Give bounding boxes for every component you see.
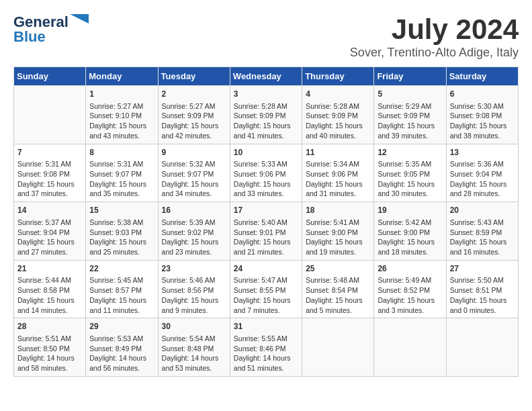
day-number: 9 (162, 147, 226, 158)
week-row: 14Sunrise: 5:37 AM Sunset: 9:04 PM Dayli… (14, 202, 519, 261)
day-content: Sunrise: 5:39 AM Sunset: 9:02 PM Dayligh… (162, 218, 226, 257)
col-header-wednesday: Wednesday (230, 67, 302, 86)
calendar-cell (302, 318, 374, 377)
day-content: Sunrise: 5:38 AM Sunset: 9:03 PM Dayligh… (89, 218, 154, 257)
calendar-cell: 19Sunrise: 5:42 AM Sunset: 9:00 PM Dayli… (374, 202, 446, 261)
calendar-cell: 23Sunrise: 5:46 AM Sunset: 8:56 PM Dayli… (158, 260, 230, 318)
calendar-cell: 4Sunrise: 5:28 AM Sunset: 9:09 PM Daylig… (302, 86, 374, 144)
col-header-saturday: Saturday (446, 67, 518, 86)
day-content: Sunrise: 5:34 AM Sunset: 9:06 PM Dayligh… (306, 159, 370, 199)
day-content: Sunrise: 5:51 AM Sunset: 8:50 PM Dayligh… (17, 334, 82, 373)
logo-blue: Blue (13, 28, 46, 46)
day-number: 27 (450, 263, 515, 275)
day-content: Sunrise: 5:47 AM Sunset: 8:55 PM Dayligh… (234, 275, 298, 315)
day-number: 13 (450, 147, 515, 158)
day-content: Sunrise: 5:55 AM Sunset: 8:46 PM Dayligh… (234, 334, 298, 373)
calendar-cell: 28Sunrise: 5:51 AM Sunset: 8:50 PM Dayli… (14, 318, 86, 377)
day-number: 21 (17, 263, 82, 275)
day-number: 12 (378, 147, 442, 158)
day-number: 24 (234, 263, 298, 275)
day-content: Sunrise: 5:54 AM Sunset: 8:48 PM Dayligh… (162, 334, 226, 373)
calendar-cell: 13Sunrise: 5:36 AM Sunset: 9:04 PM Dayli… (446, 144, 518, 202)
calendar-cell: 20Sunrise: 5:43 AM Sunset: 8:59 PM Dayli… (446, 202, 518, 261)
page-header: General Blue July 2024 Sover, Trentino-A… (13, 13, 519, 60)
week-row: 7Sunrise: 5:31 AM Sunset: 9:08 PM Daylig… (14, 144, 519, 202)
day-number: 3 (234, 89, 298, 100)
day-content: Sunrise: 5:41 AM Sunset: 9:00 PM Dayligh… (306, 218, 370, 257)
calendar-cell: 2Sunrise: 5:27 AM Sunset: 9:09 PM Daylig… (158, 86, 230, 144)
day-number: 19 (378, 205, 442, 216)
day-number: 28 (17, 321, 82, 332)
day-content: Sunrise: 5:28 AM Sunset: 9:09 PM Dayligh… (234, 101, 298, 141)
day-content: Sunrise: 5:45 AM Sunset: 8:57 PM Dayligh… (89, 275, 154, 315)
day-number: 25 (306, 263, 370, 275)
calendar-cell: 3Sunrise: 5:28 AM Sunset: 9:09 PM Daylig… (230, 86, 302, 144)
day-number: 4 (306, 89, 370, 100)
calendar-cell: 30Sunrise: 5:54 AM Sunset: 8:48 PM Dayli… (158, 318, 230, 377)
day-number: 2 (162, 89, 226, 100)
day-content: Sunrise: 5:29 AM Sunset: 9:09 PM Dayligh… (378, 101, 442, 141)
col-header-monday: Monday (86, 67, 158, 86)
logo-arrow-icon (70, 14, 89, 30)
calendar-cell (446, 318, 518, 377)
calendar-cell: 24Sunrise: 5:47 AM Sunset: 8:55 PM Dayli… (230, 260, 302, 318)
day-number: 10 (234, 147, 298, 158)
calendar-cell: 8Sunrise: 5:31 AM Sunset: 9:07 PM Daylig… (86, 144, 158, 202)
day-content: Sunrise: 5:27 AM Sunset: 9:09 PM Dayligh… (162, 101, 226, 141)
col-header-thursday: Thursday (302, 67, 374, 86)
day-content: Sunrise: 5:44 AM Sunset: 8:58 PM Dayligh… (17, 275, 82, 315)
day-number: 18 (306, 205, 370, 216)
calendar-cell: 29Sunrise: 5:53 AM Sunset: 8:49 PM Dayli… (86, 318, 158, 377)
day-content: Sunrise: 5:33 AM Sunset: 9:06 PM Dayligh… (234, 159, 298, 199)
day-number: 30 (162, 321, 226, 332)
day-number: 23 (162, 263, 226, 275)
calendar-cell: 26Sunrise: 5:49 AM Sunset: 8:52 PM Dayli… (374, 260, 446, 318)
day-content: Sunrise: 5:49 AM Sunset: 8:52 PM Dayligh… (378, 275, 442, 315)
calendar-cell (14, 86, 86, 144)
calendar-table: SundayMondayTuesdayWednesdayThursdayFrid… (13, 66, 519, 377)
calendar-cell: 9Sunrise: 5:32 AM Sunset: 9:07 PM Daylig… (158, 144, 230, 202)
day-number: 6 (450, 89, 515, 100)
day-content: Sunrise: 5:37 AM Sunset: 9:04 PM Dayligh… (17, 218, 82, 257)
calendar-cell: 7Sunrise: 5:31 AM Sunset: 9:08 PM Daylig… (14, 144, 86, 202)
calendar-header: SundayMondayTuesdayWednesdayThursdayFrid… (14, 67, 519, 86)
week-row: 28Sunrise: 5:51 AM Sunset: 8:50 PM Dayli… (14, 318, 519, 377)
calendar-cell: 22Sunrise: 5:45 AM Sunset: 8:57 PM Dayli… (86, 260, 158, 318)
day-number: 5 (378, 89, 442, 100)
calendar-body: 1Sunrise: 5:27 AM Sunset: 9:10 PM Daylig… (14, 86, 519, 377)
week-row: 21Sunrise: 5:44 AM Sunset: 8:58 PM Dayli… (14, 260, 519, 318)
day-content: Sunrise: 5:50 AM Sunset: 8:51 PM Dayligh… (450, 275, 515, 315)
col-header-friday: Friday (374, 67, 446, 86)
col-header-sunday: Sunday (14, 67, 86, 86)
day-number: 14 (17, 205, 82, 216)
day-content: Sunrise: 5:30 AM Sunset: 9:08 PM Dayligh… (450, 101, 515, 141)
week-row: 1Sunrise: 5:27 AM Sunset: 9:10 PM Daylig… (14, 86, 519, 144)
calendar-cell: 12Sunrise: 5:35 AM Sunset: 9:05 PM Dayli… (374, 144, 446, 202)
day-number: 17 (234, 205, 298, 216)
calendar-cell: 18Sunrise: 5:41 AM Sunset: 9:00 PM Dayli… (302, 202, 374, 261)
day-content: Sunrise: 5:42 AM Sunset: 9:00 PM Dayligh… (378, 218, 442, 257)
calendar-cell: 27Sunrise: 5:50 AM Sunset: 8:51 PM Dayli… (446, 260, 518, 318)
day-number: 15 (89, 205, 154, 216)
calendar-location: Sover, Trentino-Alto Adige, Italy (350, 46, 519, 60)
svg-marker-0 (70, 14, 89, 24)
day-content: Sunrise: 5:40 AM Sunset: 9:01 PM Dayligh… (234, 218, 298, 257)
day-number: 16 (162, 205, 226, 216)
calendar-cell: 14Sunrise: 5:37 AM Sunset: 9:04 PM Dayli… (14, 202, 86, 261)
calendar-cell: 17Sunrise: 5:40 AM Sunset: 9:01 PM Dayli… (230, 202, 302, 261)
day-number: 31 (234, 321, 298, 332)
title-block: July 2024 Sover, Trentino-Alto Adige, It… (350, 13, 519, 60)
day-number: 26 (378, 263, 442, 275)
calendar-cell: 11Sunrise: 5:34 AM Sunset: 9:06 PM Dayli… (302, 144, 374, 202)
logo: General Blue (13, 13, 89, 46)
day-content: Sunrise: 5:36 AM Sunset: 9:04 PM Dayligh… (450, 159, 515, 199)
col-header-tuesday: Tuesday (158, 67, 230, 86)
day-number: 29 (89, 321, 154, 332)
day-content: Sunrise: 5:31 AM Sunset: 9:08 PM Dayligh… (17, 159, 82, 199)
calendar-cell: 31Sunrise: 5:55 AM Sunset: 8:46 PM Dayli… (230, 318, 302, 377)
day-number: 8 (89, 147, 154, 158)
calendar-title: July 2024 (350, 13, 519, 46)
day-content: Sunrise: 5:35 AM Sunset: 9:05 PM Dayligh… (378, 159, 442, 199)
day-content: Sunrise: 5:27 AM Sunset: 9:10 PM Dayligh… (89, 101, 154, 141)
day-content: Sunrise: 5:46 AM Sunset: 8:56 PM Dayligh… (162, 275, 226, 315)
